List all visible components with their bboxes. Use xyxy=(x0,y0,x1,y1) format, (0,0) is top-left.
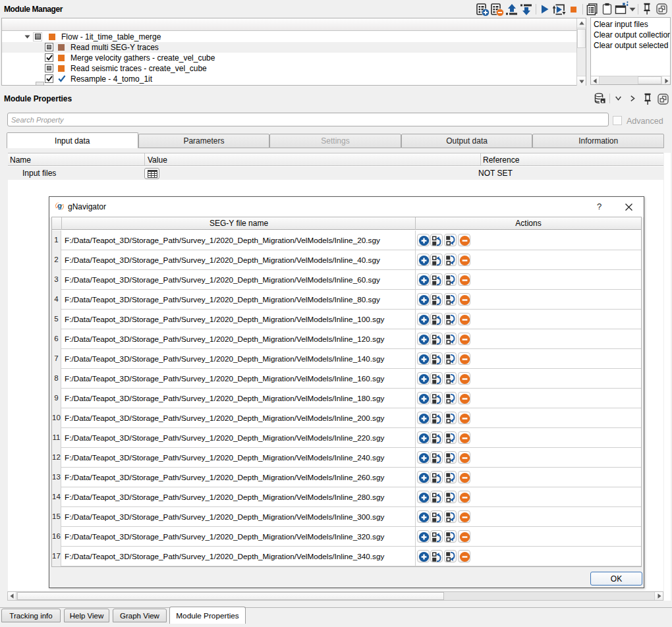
svg-text:g: g xyxy=(57,202,61,209)
